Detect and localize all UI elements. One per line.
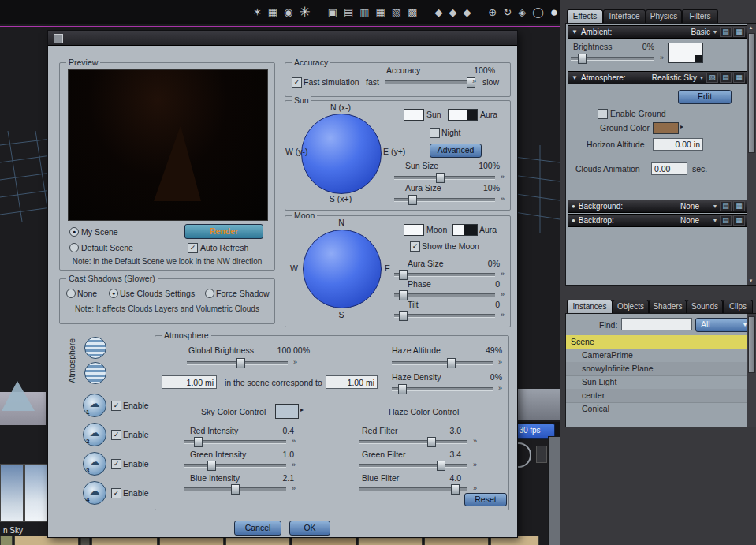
slider-handle[interactable] <box>447 358 456 368</box>
slider-handle[interactable] <box>398 384 407 394</box>
moon-aura-size-slider[interactable]: » <box>394 270 505 278</box>
layout-wide-icon[interactable]: ▧ <box>392 7 401 18</box>
preset-load-icon[interactable]: ▦ <box>733 215 745 226</box>
cloud-layer-3-enable-checkbox[interactable]: ✓ <box>111 459 121 469</box>
shield-1-icon[interactable]: ◆ <box>434 7 442 18</box>
viewport-gizmo-handle[interactable] <box>536 446 547 463</box>
sun-size-value[interactable]: 100% <box>468 161 500 170</box>
red-intensity-slider[interactable]: » <box>184 437 296 446</box>
moon-position-sphere[interactable] <box>303 230 382 308</box>
cloud-layer-4-enable-checkbox[interactable]: ✓ <box>111 488 121 498</box>
preset-thumbnail[interactable] <box>0 464 24 522</box>
cloud-layer-2-enable-checkbox[interactable]: ✓ <box>111 430 121 440</box>
enable-ground-checkbox[interactable] <box>598 109 608 119</box>
global-brightness-slider[interactable]: » <box>187 358 297 367</box>
background-mode-dropdown[interactable]: None <box>680 202 699 211</box>
list-item[interactable]: Conical <box>566 402 747 416</box>
sun-size-slider[interactable]: » <box>394 173 505 181</box>
shadow-clouds-radio[interactable]: ● <box>109 289 118 298</box>
backdrop-mode-dropdown[interactable]: None <box>680 216 699 225</box>
effects-scrollbar[interactable]: ▴ ▾ <box>747 23 756 286</box>
list-item[interactable]: snowyInfinite Plane <box>566 362 747 376</box>
slider-handle[interactable] <box>427 437 436 447</box>
sun-position-sphere[interactable] <box>301 114 382 194</box>
slider-handle[interactable] <box>451 484 460 495</box>
atmosphere-section-header[interactable]: ▼ Atmosphere: Realistic Sky ▾ ▧ ▤ ▦ <box>568 71 747 84</box>
ok-button[interactable]: OK <box>289 521 330 536</box>
list-item[interactable]: Sun Light <box>566 375 747 390</box>
cloud-layer-2-icon[interactable]: ☁ 2 <box>83 423 106 446</box>
preset-save-icon[interactable]: ▤ <box>720 215 732 226</box>
moon-color-swatch[interactable] <box>404 224 424 236</box>
accuracy-slider[interactable]: » <box>385 77 476 86</box>
shadow-force-radio[interactable] <box>205 289 214 298</box>
ambient-section-header[interactable]: ▼ Ambient: Basic ▾ ▤ ▦ <box>568 25 747 39</box>
sphere-icon[interactable]: ● <box>550 7 558 18</box>
green-intensity-value[interactable]: 1.0 <box>266 450 294 459</box>
haze-altitude-value[interactable]: 49% <box>474 345 502 355</box>
slider-handle[interactable] <box>399 290 408 300</box>
sun-aura-size-value[interactable]: 10% <box>468 183 500 192</box>
preset-save-icon[interactable]: ▤ <box>720 201 732 211</box>
tab-objects[interactable]: Objects <box>613 300 649 314</box>
display-icon[interactable]: ◉ <box>284 7 292 18</box>
tab-instances[interactable]: Instances <box>567 300 613 314</box>
blue-intensity-value[interactable]: 2.1 <box>266 473 294 483</box>
horizon-altitude-field[interactable] <box>653 138 703 151</box>
night-checkbox[interactable] <box>430 128 440 138</box>
show-moon-checkbox[interactable]: ✓ <box>410 241 420 252</box>
layout-single-icon[interactable]: ▣ <box>328 7 337 18</box>
dropdown-icon[interactable]: ▾ <box>713 217 717 224</box>
pyramid-object[interactable] <box>2 381 35 411</box>
edit-button[interactable]: Edit <box>678 90 732 104</box>
moon-tilt-slider[interactable]: » <box>394 311 505 319</box>
blue-filter-value[interactable]: 4.0 <box>433 473 461 483</box>
filter-dropdown[interactable]: All ▾ <box>695 318 750 332</box>
haze-density-slider[interactable]: » <box>392 384 502 393</box>
sun-aura-size-slider[interactable]: » <box>394 195 505 203</box>
panel-splitter[interactable] <box>548 436 560 545</box>
background-section-header[interactable]: ● Background: None ▾ ▤ ▦ <box>568 200 747 213</box>
preset-load-icon[interactable]: ▦ <box>733 27 745 37</box>
cloud-layer-3-icon[interactable]: ☁ 3 <box>83 452 106 476</box>
preset-save-icon[interactable]: ▤ <box>720 73 732 83</box>
blue-intensity-slider[interactable]: » <box>184 484 296 493</box>
sky-color-swatch[interactable] <box>275 404 299 419</box>
moon-aura-size-value[interactable]: 0% <box>473 259 500 268</box>
moon-phase-slider[interactable]: » <box>394 290 505 299</box>
cloud-layer-4-icon[interactable]: ☁ 4 <box>83 481 106 505</box>
tab-clips[interactable]: Clips <box>723 300 753 314</box>
tab-interface[interactable]: Interface <box>603 9 646 24</box>
find-input[interactable] <box>621 318 692 330</box>
brightness-value[interactable]: 0% <box>626 42 654 51</box>
dropdown-icon[interactable]: ▾ <box>713 203 717 210</box>
brightness-slider[interactable]: » <box>571 54 664 62</box>
green-intensity-slider[interactable]: » <box>184 461 296 469</box>
atmosphere-mode-dropdown[interactable]: Realistic Sky <box>652 73 697 82</box>
rotate-icon[interactable]: ↻ <box>503 7 512 18</box>
shadow-none-radio[interactable] <box>66 289 76 298</box>
slider-handle[interactable] <box>436 173 445 183</box>
green-filter-slider[interactable]: » <box>359 461 477 469</box>
global-brightness-value[interactable]: 100.00% <box>266 345 310 355</box>
sun-aura-swatch[interactable] <box>448 109 478 121</box>
ground-color-popup-icon[interactable]: ▸ <box>680 123 683 130</box>
gem-icon[interactable]: ◈ <box>518 7 526 18</box>
tab-effects[interactable]: Effects <box>567 9 603 24</box>
preset-load-icon[interactable]: ▦ <box>733 73 745 83</box>
slider-handle[interactable] <box>207 461 216 471</box>
dialog-titlebar[interactable] <box>48 31 517 46</box>
my-scene-radio[interactable]: ● <box>69 227 79 237</box>
ring-icon[interactable]: ◯ <box>532 7 544 18</box>
moon-aura-swatch[interactable] <box>452 224 478 236</box>
slider-handle[interactable] <box>236 358 245 368</box>
preset-add-icon[interactable]: ▧ <box>706 73 718 83</box>
scale-from-field[interactable] <box>162 375 217 389</box>
haze-altitude-slider[interactable]: » <box>392 358 502 367</box>
slider-handle[interactable] <box>231 484 240 495</box>
default-scene-radio[interactable] <box>69 243 79 252</box>
list-item[interactable]: center <box>566 389 747 403</box>
panels-icon[interactable]: ▦ <box>268 7 277 18</box>
shield-3-icon[interactable]: ◆ <box>463 7 471 18</box>
cloud-layer-1-icon[interactable]: ☁ 1 <box>83 394 106 417</box>
